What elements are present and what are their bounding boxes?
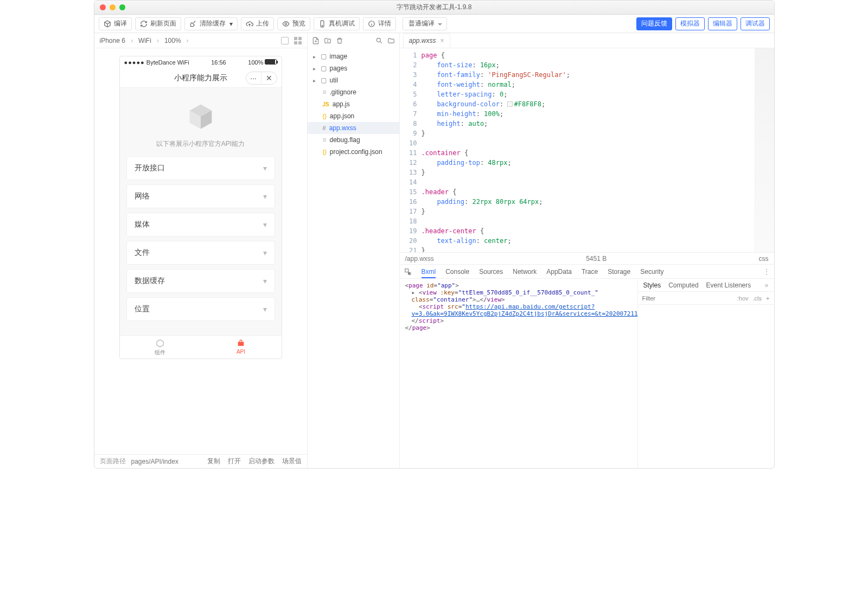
chevron-right-icon: › bbox=[131, 37, 133, 44]
chevron-right-icon: ▸ bbox=[313, 78, 317, 84]
titlebar[interactable]: 字节跳动开发者工具-1.9.8 bbox=[94, 1, 774, 15]
chevron-down-icon: ▾ bbox=[229, 20, 233, 28]
css-icon: # bbox=[323, 125, 326, 131]
status-time: 16:56 bbox=[211, 59, 226, 66]
page-body: 以下将展示小程序官方API能力 开放接口▾网络▾媒体▾文件▾数据缓存▾位置▾ bbox=[120, 88, 282, 335]
devtools-tab-console[interactable]: Console bbox=[445, 268, 469, 276]
list-item[interactable]: 位置▾ bbox=[126, 297, 275, 321]
list-item[interactable]: 文件▾ bbox=[126, 241, 275, 265]
styles-more-icon[interactable]: » bbox=[765, 281, 769, 289]
new-folder-icon[interactable] bbox=[324, 37, 331, 44]
grid-icon[interactable] bbox=[294, 37, 302, 44]
file-icon: ≡ bbox=[323, 88, 327, 96]
detail-button[interactable]: 详情 bbox=[363, 17, 396, 30]
devtools-tab-trace[interactable]: Trace bbox=[582, 268, 598, 276]
boot-args-button[interactable]: 启动参数 bbox=[248, 457, 275, 466]
devtools-tab-bxml[interactable]: Bxml bbox=[422, 268, 436, 278]
device-select[interactable]: iPhone 6 bbox=[100, 37, 125, 44]
json-icon: {} bbox=[323, 149, 327, 155]
file-toolbar bbox=[308, 33, 399, 48]
clear-cache-button[interactable]: 清除缓存 ▾ bbox=[184, 17, 238, 30]
file-explorer: ▸▢image▸▢pages▸▢util≡.gitignoreJSapp.js{… bbox=[308, 33, 400, 468]
editor-statusbar: /app.wxss 5451 B css bbox=[400, 252, 774, 264]
folder-node[interactable]: ▸▢util bbox=[308, 74, 399, 86]
devtools-tab-appdata[interactable]: AppData bbox=[546, 268, 572, 276]
json-icon: {} bbox=[323, 113, 327, 119]
close-icon[interactable]: ✕ bbox=[261, 72, 277, 84]
file-icon: ≡ bbox=[323, 136, 327, 144]
elements-panel[interactable]: <page id="app"> ▸ <view :key="ttElem_570… bbox=[400, 279, 637, 468]
folder-node[interactable]: ▸▢pages bbox=[308, 62, 399, 74]
minimize-icon[interactable] bbox=[110, 4, 116, 10]
styles-tab-computed[interactable]: Computed bbox=[668, 281, 698, 289]
list-item[interactable]: 开放接口▾ bbox=[126, 156, 275, 180]
file-node[interactable]: {}app.json bbox=[308, 110, 399, 122]
refresh-button[interactable]: 刷新页面 bbox=[135, 17, 181, 30]
list-item[interactable]: 数据缓存▾ bbox=[126, 269, 275, 293]
debugger-toggle[interactable]: 调试器 bbox=[741, 17, 770, 30]
info-icon bbox=[368, 20, 375, 28]
cls-toggle[interactable]: .cls bbox=[753, 295, 762, 302]
hov-toggle[interactable]: :hov bbox=[737, 295, 749, 302]
new-file-icon[interactable] bbox=[312, 37, 320, 44]
code-editor[interactable]: 1234567891011121314151617181920212223 pa… bbox=[400, 48, 774, 252]
folder-icon: ▢ bbox=[321, 65, 327, 72]
file-node[interactable]: #app.wxss bbox=[308, 122, 399, 134]
open-button[interactable]: 打开 bbox=[228, 457, 241, 466]
compile-mode-select[interactable]: 普通编译 bbox=[403, 17, 447, 30]
more-icon[interactable]: ··· bbox=[246, 72, 261, 84]
search-icon[interactable] bbox=[375, 37, 383, 44]
copy-button[interactable]: 复制 bbox=[207, 457, 220, 466]
maximize-icon[interactable] bbox=[119, 4, 125, 10]
devtools-tab-sources[interactable]: Sources bbox=[479, 268, 503, 276]
real-device-button[interactable]: 真机调试 bbox=[314, 17, 360, 30]
devtools-tab-storage[interactable]: Storage bbox=[608, 268, 630, 276]
folder-node[interactable]: ▸▢image bbox=[308, 50, 399, 62]
styles-tab-listeners[interactable]: Event Listeners bbox=[706, 281, 751, 289]
code-area[interactable]: page { font-size: 16px; font-family: 'Pi… bbox=[422, 48, 755, 252]
status-lang: css bbox=[759, 255, 769, 263]
svg-point-2 bbox=[322, 25, 322, 25]
chevron-right-icon: › bbox=[187, 37, 189, 44]
devtools-more-icon[interactable]: ⋮ bbox=[763, 268, 770, 276]
file-node[interactable]: ≡.gitignore bbox=[308, 86, 399, 98]
add-rule-button[interactable]: + bbox=[766, 295, 769, 302]
network-select[interactable]: WiFi bbox=[138, 37, 151, 44]
list-item[interactable]: 媒体▾ bbox=[126, 213, 275, 236]
chevron-right-icon: ▸ bbox=[313, 66, 317, 72]
scene-button[interactable]: 场景值 bbox=[282, 457, 302, 466]
status-path: /app.wxss bbox=[405, 255, 434, 263]
inspect-icon[interactable] bbox=[404, 268, 412, 276]
file-node[interactable]: ≡debug.flag bbox=[308, 134, 399, 146]
devtools-tab-security[interactable]: Security bbox=[640, 268, 663, 276]
simulator-toggle[interactable]: 模拟器 bbox=[675, 17, 705, 30]
chevron-down-icon: ▾ bbox=[263, 248, 267, 257]
copy-layout-icon[interactable] bbox=[281, 37, 289, 44]
editor-toggle[interactable]: 编辑器 bbox=[708, 17, 737, 30]
tab-api[interactable]: API bbox=[201, 336, 282, 359]
styles-filter-input[interactable] bbox=[642, 295, 733, 302]
compile-button[interactable]: 编译 bbox=[99, 17, 132, 30]
list-item[interactable]: 网络▾ bbox=[126, 184, 275, 208]
trash-icon[interactable] bbox=[336, 37, 343, 44]
upload-button[interactable]: 上传 bbox=[241, 17, 274, 30]
tab-component[interactable]: 组件 bbox=[120, 336, 201, 359]
file-node[interactable]: {}project.config.json bbox=[308, 146, 399, 158]
capsule-button[interactable]: ··· ✕ bbox=[246, 72, 277, 85]
locate-file-icon[interactable] bbox=[387, 37, 395, 44]
minimap[interactable] bbox=[755, 48, 774, 252]
app-window: 字节跳动开发者工具-1.9.8 编译 刷新页面 清除缓存 ▾ 上传 预览 真机调… bbox=[94, 0, 775, 469]
close-icon[interactable] bbox=[100, 4, 106, 10]
js-icon: JS bbox=[323, 101, 329, 107]
close-tab-icon[interactable]: × bbox=[441, 37, 444, 44]
file-node[interactable]: JSapp.js bbox=[308, 98, 399, 110]
styles-tab-styles[interactable]: Styles bbox=[643, 281, 661, 289]
route-path: pages/API/index bbox=[131, 458, 178, 465]
zoom-select[interactable]: 100% bbox=[164, 37, 181, 44]
preview-button[interactable]: 预览 bbox=[277, 17, 310, 30]
devtools-tab-network[interactable]: Network bbox=[513, 268, 537, 276]
editor-tab[interactable]: app.wxss × bbox=[403, 33, 450, 48]
feedback-button[interactable]: 问题反馈 bbox=[636, 17, 672, 30]
devtools-tabs: BxmlConsoleSourcesNetworkAppDataTraceSto… bbox=[400, 265, 774, 279]
folder-icon: ▢ bbox=[321, 53, 327, 60]
